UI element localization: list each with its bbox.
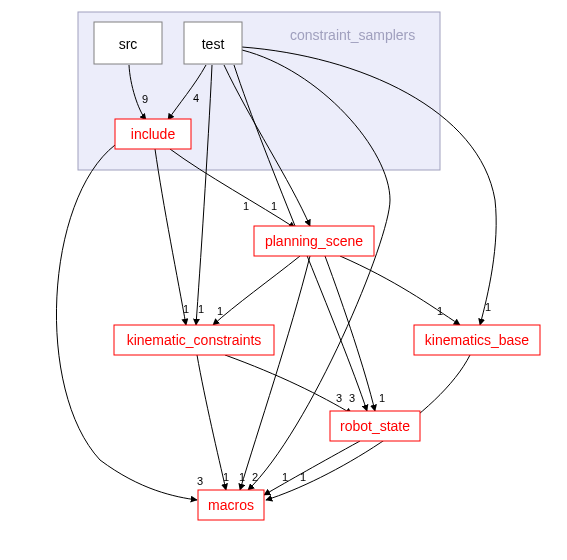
node-test-label: test (202, 36, 225, 52)
node-macros[interactable]: macros (198, 490, 264, 520)
node-include-label: include (131, 126, 176, 142)
node-kinematic-constraints[interactable]: kinematic_constraints (114, 325, 274, 355)
node-kb-label: kinematics_base (425, 332, 529, 348)
edge-label-ps-rs: 1 (379, 392, 385, 404)
edge-ps-macros (240, 256, 310, 490)
edge-label-test-include: 4 (193, 92, 199, 104)
edge-label-test-kc: 1 (198, 303, 204, 315)
edge-label-test-macros: 2 (252, 471, 258, 483)
node-planning-scene-label: planning_scene (265, 233, 363, 249)
edge-label-ps-macros: 1 (239, 471, 245, 483)
node-robot-state[interactable]: robot_state (330, 411, 420, 441)
edge-label-ps-kc: 1 (217, 305, 223, 317)
node-kc-label: kinematic_constraints (127, 332, 262, 348)
edge-label-kc-macros: 1 (223, 471, 229, 483)
edge-rs-macros (264, 441, 360, 495)
node-planning-scene[interactable]: planning_scene (254, 226, 374, 256)
edge-label-test-robot-state: 3 (349, 392, 355, 404)
edge-kc-rs (225, 355, 352, 414)
edge-label-ps-kb: 1 (437, 305, 443, 317)
edge-label-include-macros: 3 (197, 475, 203, 487)
edge-label-rs-macros: 1 (282, 471, 288, 483)
node-src-label: src (119, 36, 138, 52)
edge-label-test-planning-scene: 1 (271, 200, 277, 212)
edge-include-kc (155, 149, 186, 325)
edge-label-test-kb: 1 (485, 301, 491, 313)
node-include[interactable]: include (115, 119, 191, 149)
edge-label-include-planning-scene: 1 (243, 200, 249, 212)
cluster-label: constraint_samplers (290, 27, 415, 43)
edge-label-include-kc: 1 (183, 303, 189, 315)
edge-label-src-include: 9 (142, 93, 148, 105)
node-rs-label: robot_state (340, 418, 410, 434)
node-macros-label: macros (208, 497, 254, 513)
node-test[interactable]: test (184, 22, 242, 64)
node-kinematics-base[interactable]: kinematics_base (414, 325, 540, 355)
edge-kc-macros (197, 355, 226, 490)
edge-include-macros (56, 145, 197, 500)
node-src[interactable]: src (94, 22, 162, 64)
edge-ps-kc (213, 256, 300, 325)
edge-label-kc-rs: 3 (336, 392, 342, 404)
